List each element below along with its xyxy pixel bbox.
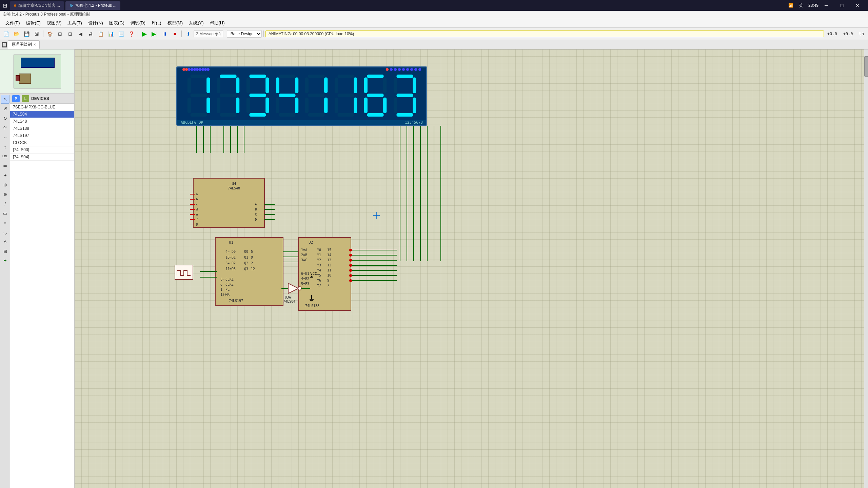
svg-rect-71 bbox=[193, 178, 264, 227]
svg-rect-43 bbox=[364, 78, 368, 93]
save-button[interactable]: 💾 bbox=[22, 29, 31, 38]
pause-button[interactable]: ⏸ bbox=[160, 29, 170, 38]
menu-edit[interactable]: 编辑(E) bbox=[23, 19, 43, 27]
power-tool[interactable]: ⊕ bbox=[1, 180, 9, 189]
schematic-tab-close[interactable]: ✕ bbox=[33, 43, 36, 46]
back-button[interactable]: ◀ bbox=[76, 29, 85, 38]
conn-b4 bbox=[196, 68, 199, 71]
svg-text:E3: E3 bbox=[305, 282, 309, 286]
info-button[interactable]: ℹ bbox=[183, 29, 193, 38]
save-all-button[interactable]: 🖫 bbox=[32, 29, 41, 38]
digit-1 bbox=[185, 74, 212, 118]
print-button[interactable]: 🖨 bbox=[86, 29, 95, 38]
conn-r1 bbox=[182, 68, 185, 71]
device-74ls197[interactable]: 74LS197 bbox=[10, 132, 74, 139]
wire-tool[interactable]: ↔ bbox=[1, 133, 9, 142]
help-btn[interactable]: ❓ bbox=[126, 29, 136, 38]
svg-rect-46 bbox=[364, 98, 368, 113]
messages-button[interactable]: 2 Message(s) bbox=[194, 30, 223, 37]
svg-text:c: c bbox=[196, 203, 198, 206]
tab-proteus[interactable]: ⚙ 实验七.4.2 - Proteus ... bbox=[65, 1, 120, 10]
schematic-doc-tab[interactable]: 原理图绘制 ✕ bbox=[8, 40, 40, 49]
schematic-svg: U4 74LS48 a b c d e f g A B C D bbox=[176, 126, 448, 329]
mirror-tool[interactable]: ↕ bbox=[1, 142, 9, 151]
menu-debug[interactable]: 调试(D) bbox=[128, 19, 148, 27]
menu-system[interactable]: 系统(Y) bbox=[186, 19, 206, 27]
junction-tool[interactable]: ✦ bbox=[1, 171, 9, 180]
clock-svg bbox=[175, 265, 194, 281]
minimize-button[interactable]: ─ bbox=[818, 0, 834, 11]
angle-tool[interactable]: 0° bbox=[1, 123, 9, 132]
svg-text:MR: MR bbox=[225, 293, 230, 297]
menu-design[interactable]: 设计(N) bbox=[85, 19, 106, 27]
svg-point-165 bbox=[298, 287, 301, 290]
svg-text:7: 7 bbox=[327, 284, 329, 287]
svg-text:5: 5 bbox=[251, 250, 253, 253]
snap-button[interactable]: ⊡ bbox=[65, 29, 75, 38]
maximize-button[interactable]: □ bbox=[834, 0, 850, 11]
svg-rect-9 bbox=[236, 78, 239, 93]
svg-rect-36 bbox=[335, 78, 338, 93]
menu-help[interactable]: 帮助(H) bbox=[207, 19, 228, 27]
netlist-button[interactable]: 📊 bbox=[106, 29, 116, 38]
rect-tool[interactable]: ▭ bbox=[1, 209, 9, 218]
windows-icon[interactable]: ⊞ bbox=[3, 2, 7, 9]
scrollbar-thumb-v[interactable] bbox=[864, 56, 868, 77]
device-74ls138[interactable]: 74LS138 bbox=[10, 125, 74, 132]
bus-tool[interactable]: ═ bbox=[1, 161, 9, 170]
digit-1b bbox=[303, 74, 330, 118]
undo-tool[interactable]: ↺ bbox=[1, 104, 9, 113]
select-tool[interactable]: ↖ bbox=[1, 95, 9, 104]
device-74ls48[interactable]: 74LS48 bbox=[10, 118, 74, 125]
circle-tool[interactable]: ○ bbox=[1, 218, 9, 227]
draw-tool[interactable]: / bbox=[1, 199, 9, 208]
add-tool[interactable]: + bbox=[1, 256, 9, 265]
svg-rect-5 bbox=[206, 98, 210, 113]
stop-button[interactable]: ■ bbox=[170, 29, 180, 38]
schematic-canvas[interactable]: ABCDEFG DP 12345678 bbox=[75, 49, 868, 488]
pdf-button[interactable]: 📋 bbox=[96, 29, 105, 38]
design-dropdown[interactable]: Base Design bbox=[227, 30, 262, 38]
svg-text:a: a bbox=[196, 192, 198, 196]
device-7seg[interactable]: 7SEG-MPX8-CC-BLUE bbox=[10, 104, 74, 111]
menu-file[interactable]: 文件(F) bbox=[3, 19, 23, 27]
svg-text:A: A bbox=[255, 203, 257, 206]
svg-rect-16 bbox=[265, 78, 269, 93]
open-button[interactable]: 📂 bbox=[12, 29, 21, 38]
devices-p-button[interactable]: P bbox=[12, 95, 20, 102]
step-button[interactable]: ▶| bbox=[150, 29, 159, 38]
menu-model[interactable]: 模型(M) bbox=[165, 19, 186, 27]
svg-text:U1: U1 bbox=[229, 240, 233, 245]
symbol-tool[interactable]: ⊞ bbox=[1, 247, 9, 256]
new-button[interactable]: 📄 bbox=[1, 29, 11, 38]
svg-text:E1: E1 bbox=[305, 272, 309, 276]
home-button[interactable]: 🏠 bbox=[45, 29, 55, 38]
device-clock[interactable]: CLOCK bbox=[10, 139, 74, 146]
tab-csdn[interactable]: e 编辑文章-CSDN博客 ... bbox=[10, 1, 64, 10]
device-74ls04[interactable]: 74LS04 bbox=[10, 111, 74, 118]
menu-tools[interactable]: 工具(T) bbox=[65, 19, 85, 27]
redo-tool[interactable]: ↻ bbox=[1, 114, 9, 123]
arc-tool[interactable]: ◡ bbox=[1, 228, 9, 237]
menu-view[interactable]: 视图(V) bbox=[44, 19, 64, 27]
zoom-in-tool[interactable]: ⊕ bbox=[1, 190, 9, 199]
vertical-scrollbar[interactable] bbox=[864, 49, 868, 488]
device-74ls04b[interactable]: [74LS04] bbox=[10, 154, 74, 161]
svg-rect-35 bbox=[338, 75, 354, 78]
svg-point-180 bbox=[349, 249, 352, 251]
svg-text:C: C bbox=[305, 258, 307, 262]
menu-lib[interactable]: 库(L) bbox=[149, 19, 164, 27]
svg-text:b: b bbox=[196, 198, 198, 201]
menu-graph[interactable]: 图表(G) bbox=[106, 19, 127, 27]
close-button[interactable]: ✕ bbox=[850, 0, 865, 11]
bom-button[interactable]: 📃 bbox=[116, 29, 126, 38]
grid-button[interactable]: ⊞ bbox=[55, 29, 65, 38]
device-74ls00[interactable]: [74LS00] bbox=[10, 146, 74, 154]
svg-text:f: f bbox=[196, 218, 198, 221]
label-tool[interactable]: LBL bbox=[1, 152, 9, 161]
play-button[interactable]: ▶ bbox=[140, 29, 149, 38]
text-tool[interactable]: A bbox=[1, 237, 9, 246]
tab-csdn-icon: e bbox=[14, 3, 16, 8]
devices-l-button[interactable]: L bbox=[22, 95, 29, 102]
svg-rect-1 bbox=[188, 78, 191, 93]
